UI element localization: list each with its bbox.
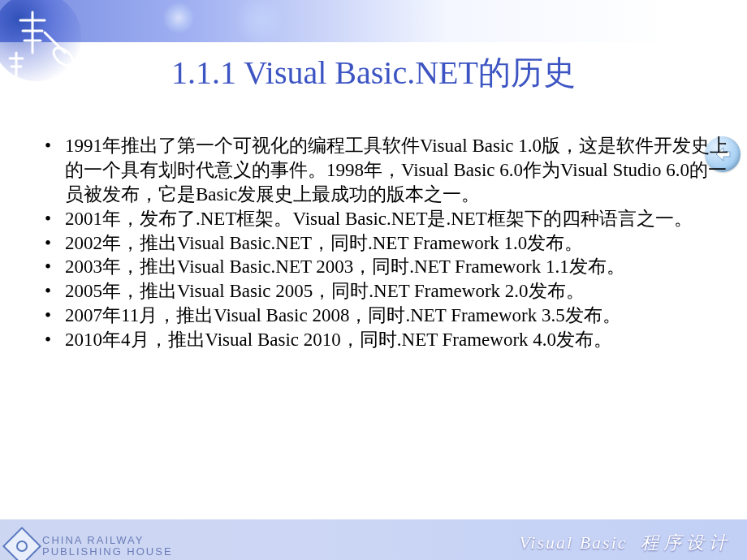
footer-brand-cn: 程 序 设 计 — [641, 532, 727, 553]
list-item: 2001年，发布了.NET框架。Visual Basic.NET是.NET框架下… — [45, 207, 739, 231]
list-item: 2007年11月，推出Visual Basic 2008，同时.NET Fram… — [45, 304, 739, 328]
list-item: 2005年，推出Visual Basic 2005，同时.NET Framewo… — [45, 279, 739, 304]
list-item: 1991年推出了第一个可视化的编程工具软件Visual Basic 1.0版，这… — [45, 134, 739, 207]
slide-body: 1991年推出了第一个可视化的编程工具软件Visual Basic 1.0版，这… — [45, 134, 739, 352]
publisher-name: CHINA RAILWAY PUBLISHING HOUSE — [42, 535, 173, 558]
footer-brand-text: Visual Basic 程 序 设 计 — [520, 531, 727, 555]
publisher-line2: PUBLISHING HOUSE — [42, 546, 173, 558]
footer-brand-en: Visual Basic — [520, 532, 628, 553]
header-decoration — [0, 0, 747, 57]
slide-title: 1.1.1 Visual Basic.NET的历史 — [0, 50, 747, 95]
decorative-flower-icon — [162, 2, 195, 34]
publisher-logo-icon — [2, 527, 41, 560]
bullet-list: 1991年推出了第一个可视化的编程工具软件Visual Basic 1.0版，这… — [45, 134, 739, 352]
header-gradient-stripe — [0, 0, 747, 42]
publisher-logo: CHINA RAILWAY PUBLISHING HOUSE — [8, 532, 173, 560]
list-item: 2003年，推出Visual Basic.NET 2003，同时.NET Fra… — [45, 255, 739, 279]
list-item: 2010年4月，推出Visual Basic 2010，同时.NET Frame… — [45, 328, 739, 352]
publisher-line1: CHINA RAILWAY — [42, 535, 173, 546]
list-item: 2002年，推出Visual Basic.NET，同时.NET Framewor… — [45, 231, 739, 256]
